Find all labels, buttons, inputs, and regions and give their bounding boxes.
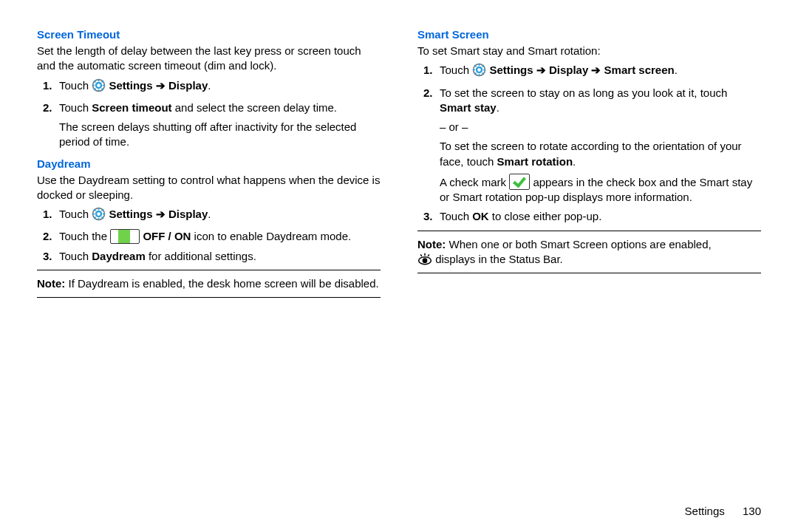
steps-daydream: Touch SettingsDisplay. Touch the OFF / O… bbox=[37, 207, 381, 264]
right-column: Smart Screen To set Smart stay and Smart… bbox=[417, 28, 761, 505]
page-footer: Settings 130 bbox=[37, 505, 761, 517]
intro-smart-screen: To set Smart stay and Smart rotation: bbox=[417, 44, 761, 58]
footer-page-number: 130 bbox=[743, 505, 761, 517]
off-on-toggle-icon bbox=[110, 229, 140, 244]
text: Touch bbox=[59, 79, 92, 92]
steps-screen-timeout: Touch SettingsDisplay. Touch Screen time… bbox=[37, 78, 381, 150]
svg-line-34 bbox=[428, 254, 429, 256]
step-3: Touch Daydream for additional settings. bbox=[59, 249, 381, 264]
off-on-label: OFF / ON bbox=[143, 230, 191, 242]
settings-label: Settings bbox=[109, 208, 152, 220]
step-3: Touch OK to close either pop-up. bbox=[440, 209, 761, 224]
divider bbox=[37, 270, 381, 270]
text: to close either pop-up. bbox=[489, 210, 602, 222]
step-1: Touch SettingsDisplaySmart screen. bbox=[440, 63, 761, 81]
heading-smart-screen: Smart Screen bbox=[417, 28, 761, 41]
period: . bbox=[208, 208, 211, 220]
divider bbox=[417, 231, 761, 231]
divider bbox=[417, 273, 761, 273]
heading-daydream: Daydream bbox=[37, 157, 381, 170]
text: icon to enable Daydream mode. bbox=[191, 230, 351, 242]
steps-smart-screen: Touch SettingsDisplaySmart screen. To se… bbox=[417, 63, 761, 224]
svg-point-21 bbox=[477, 67, 482, 72]
svg-point-1 bbox=[96, 82, 101, 87]
text: To set the screen to stay on as long as … bbox=[440, 86, 727, 99]
text: A check mark bbox=[440, 176, 509, 188]
text: Touch bbox=[59, 208, 92, 220]
intro-daydream: Use the Daydream setting to control what… bbox=[37, 173, 381, 203]
text: Touch bbox=[440, 210, 472, 222]
settings-label: Settings bbox=[489, 64, 533, 76]
step-2-checkmark: A check mark appears in the check box an… bbox=[440, 174, 761, 205]
text: and select the screen delay time. bbox=[172, 101, 337, 114]
text: Touch the bbox=[59, 230, 110, 242]
daydream-label: Daydream bbox=[92, 250, 146, 262]
step-2: Touch Screen timeout and select the scre… bbox=[59, 100, 381, 150]
period: . bbox=[675, 64, 678, 76]
svg-point-31 bbox=[423, 258, 428, 263]
smart-stay-eye-icon bbox=[417, 253, 432, 266]
settings-gear-icon bbox=[472, 63, 486, 81]
step-2-alt: To set the screen to rotate according to… bbox=[440, 139, 761, 169]
text: for additional settings. bbox=[146, 250, 256, 262]
smart-stay-label: Smart stay bbox=[440, 101, 497, 114]
arrow-icon bbox=[153, 79, 168, 92]
text: . bbox=[497, 101, 499, 114]
svg-line-33 bbox=[420, 254, 422, 256]
step-2-sub: The screen delays shutting off after ina… bbox=[59, 120, 381, 150]
note-text: If Daydream is enabled, the desk home sc… bbox=[65, 277, 378, 290]
settings-label: Settings bbox=[109, 79, 152, 92]
smart-rotation-label: Smart rotation bbox=[497, 155, 573, 168]
ok-label: OK bbox=[472, 210, 489, 222]
heading-screen-timeout: Screen Timeout bbox=[37, 28, 381, 41]
step-1: Touch SettingsDisplay. bbox=[59, 78, 381, 96]
or-separator: – or – bbox=[440, 120, 761, 134]
screen-timeout-label: Screen timeout bbox=[92, 101, 171, 114]
left-column: Screen Timeout Set the length of delay b… bbox=[37, 28, 381, 505]
note-label: Note: bbox=[417, 238, 446, 250]
note-text-a: When one or both Smart Screen options ar… bbox=[446, 238, 711, 250]
text: Touch bbox=[59, 250, 92, 262]
settings-gear-icon bbox=[92, 207, 106, 225]
step-1: Touch SettingsDisplay. bbox=[59, 207, 381, 225]
display-label: Display bbox=[168, 208, 208, 220]
display-label: Display bbox=[168, 79, 208, 92]
note-label: Note: bbox=[37, 277, 65, 290]
smart-screen-label: Smart screen bbox=[604, 64, 675, 76]
step-2: Touch the OFF / ON icon to enable Daydre… bbox=[59, 229, 381, 244]
svg-point-11 bbox=[96, 211, 101, 216]
settings-gear-icon bbox=[92, 78, 106, 96]
note-smart-screen: Note: When one or both Smart Screen opti… bbox=[417, 237, 761, 267]
text: Touch bbox=[59, 101, 92, 114]
step-2: To set the screen to stay on as long as … bbox=[440, 86, 761, 205]
text: . bbox=[573, 155, 576, 168]
checkmark-icon bbox=[509, 174, 530, 190]
manual-page: Screen Timeout Set the length of delay b… bbox=[0, 0, 798, 532]
divider bbox=[37, 297, 381, 298]
footer-section: Settings bbox=[685, 505, 725, 517]
two-column-layout: Screen Timeout Set the length of delay b… bbox=[37, 28, 761, 505]
text: To set the screen to rotate according to… bbox=[440, 140, 742, 167]
arrow-icon bbox=[588, 64, 604, 76]
period: . bbox=[208, 79, 211, 92]
note-daydream: Note: If Daydream is enabled, the desk h… bbox=[37, 276, 381, 291]
arrow-icon bbox=[533, 64, 549, 76]
text: Touch bbox=[440, 64, 472, 76]
intro-screen-timeout: Set the length of delay between the last… bbox=[37, 44, 381, 74]
display-label: Display bbox=[549, 64, 588, 76]
arrow-icon bbox=[153, 208, 168, 220]
note-text-b: displays in the Status Bar. bbox=[435, 253, 563, 265]
